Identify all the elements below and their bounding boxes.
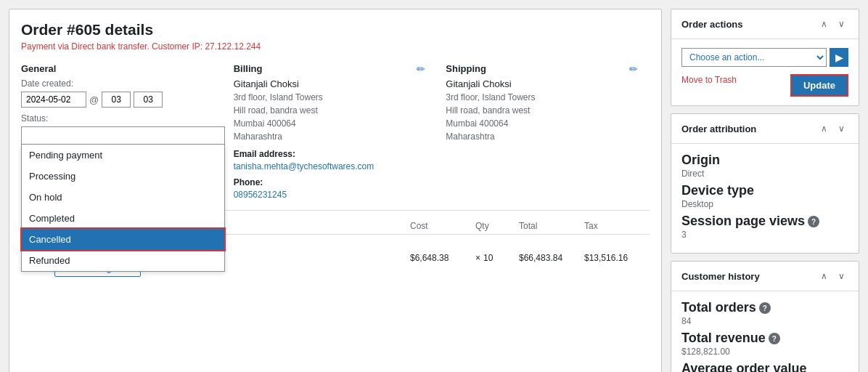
status-select[interactable]: [21, 126, 225, 145]
chevron-up-icon[interactable]: ∧: [816, 17, 831, 31]
shipping-name: Gitanjali Choksi: [446, 78, 650, 89]
billing-email[interactable]: tanisha.mehta@tychesoftwares.com: [234, 161, 374, 171]
customer-history-title: Customer history: [681, 271, 760, 282]
session-value: 3: [681, 230, 848, 240]
order-attribution-header: Order attribution ∧ ∨: [671, 114, 859, 144]
dropdown-item-pending[interactable]: Pending payment: [22, 145, 224, 166]
total-orders-value: 84: [681, 316, 848, 326]
order-attribution-icons: ∧ ∨: [816, 121, 848, 136]
order-attribution-box: Order attribution ∧ ∨ Origin Direct Devi…: [671, 113, 859, 254]
order-actions-box: Order actions ∧ ∨ Choose an action... ▶ …: [671, 9, 859, 106]
action-select-row: Choose an action... ▶: [681, 48, 848, 67]
device-value: Desktop: [681, 199, 848, 209]
billing-edit-icon[interactable]: ✏: [417, 63, 425, 75]
item-cost: $6,648.38: [410, 253, 475, 263]
update-button[interactable]: Update: [790, 74, 848, 97]
billing-state: Maharashtra: [234, 130, 438, 143]
shipping-address1: 3rd floor, Island Towers: [446, 91, 650, 104]
session-help-icon[interactable]: ?: [808, 216, 819, 227]
dropdown-item-cancelled[interactable]: Cancelled: [22, 229, 224, 250]
dropdown-item-processing[interactable]: Processing: [22, 166, 224, 187]
col-tax: Tax: [584, 221, 650, 231]
dropdown-item-completed[interactable]: Completed: [22, 208, 224, 229]
billing-phone[interactable]: 08956231245: [234, 190, 287, 200]
status-dropdown: Pending payment Processing On hold Compl…: [21, 145, 225, 272]
qty-x: ×: [475, 253, 480, 263]
date-input[interactable]: [21, 92, 86, 108]
chevron-down-icon[interactable]: ∨: [834, 17, 848, 31]
total-orders-row: Total orders ?: [681, 300, 848, 316]
device-label: Device type: [681, 183, 848, 198]
dropdown-item-refunded[interactable]: Refunded: [22, 250, 224, 271]
total-revenue-help-icon[interactable]: ?: [769, 333, 780, 344]
date-created-label: Date created:: [21, 78, 225, 89]
billing-address2: Hill road, bandra west: [234, 104, 438, 117]
shipping-city-zip: Mumbai 400064: [446, 117, 650, 130]
hist-chevron-down-icon[interactable]: ∨: [834, 269, 848, 283]
billing-label: Billing: [234, 63, 438, 74]
order-actions-icons: ∧ ∨: [816, 17, 848, 31]
at-sign: @: [89, 94, 99, 105]
total-revenue-value: $128,821.00: [681, 347, 848, 357]
billing-name: Gitanjali Choksi: [234, 78, 438, 89]
billing-address1: 3rd floor, Island Towers: [234, 91, 438, 104]
item-tax: $13,516.16: [584, 253, 650, 263]
origin-value: Direct: [681, 169, 848, 179]
total-orders-help-icon[interactable]: ?: [759, 302, 771, 314]
customer-history-body: Total orders ? 84 Total revenue ? $128,8…: [671, 291, 859, 372]
shipping-label: Shipping: [446, 63, 650, 74]
session-row: Session page views ?: [681, 214, 848, 230]
shipping-edit-icon[interactable]: ✏: [629, 63, 638, 75]
order-attribution-title: Order attribution: [681, 124, 756, 134]
status-select-wrapper: Pending payment Processing On hold Compl…: [21, 126, 225, 145]
col-qty: Qty: [475, 221, 519, 231]
email-label: Email address:: [234, 149, 438, 159]
action-select[interactable]: Choose an action...: [681, 48, 827, 67]
general-label: General: [21, 63, 225, 74]
order-actions-title: Order actions: [681, 19, 743, 30]
right-sidebar: Order actions ∧ ∨ Choose an action... ▶ …: [671, 9, 859, 372]
status-label: Status:: [21, 113, 225, 124]
billing-city-zip: Mumbai 400064: [234, 117, 438, 130]
order-actions-body: Choose an action... ▶ Move to Trash Upda…: [671, 39, 859, 105]
phone-label: Phone:: [234, 177, 438, 187]
attr-chevron-up-icon[interactable]: ∧: [816, 121, 831, 136]
total-revenue-label: Total revenue: [681, 331, 766, 346]
shipping-state: Maharashtra: [446, 130, 650, 143]
customer-history-header: Customer history ∧ ∨: [671, 262, 859, 291]
item-qty: × 10: [475, 253, 519, 263]
total-orders-label: Total orders: [681, 300, 756, 315]
avg-order-label: Average order value: [681, 361, 848, 372]
main-panel: Order #605 details Payment via Direct ba…: [9, 9, 662, 372]
dropdown-item-onhold[interactable]: On hold: [22, 187, 224, 208]
qty-value: 10: [483, 253, 493, 263]
col-total: Total: [519, 221, 584, 231]
total-revenue-row: Total revenue ?: [681, 331, 848, 347]
shipping-address2: Hill road, bandra west: [446, 104, 650, 117]
billing-section: Billing ✏ Gitanjali Choksi 3rd floor, Is…: [234, 63, 438, 200]
customer-history-box: Customer history ∧ ∨ Total orders ? 84 T…: [671, 261, 859, 372]
page-title: Order #605 details: [21, 21, 650, 39]
col-cost: Cost: [410, 221, 475, 231]
trash-update-row: Move to Trash Update: [681, 74, 848, 97]
attr-chevron-down-icon[interactable]: ∨: [834, 121, 848, 136]
session-label: Session page views: [681, 214, 805, 229]
action-go-button[interactable]: ▶: [830, 48, 848, 67]
customer-history-icons: ∧ ∨: [816, 269, 848, 283]
time-min-input[interactable]: [134, 92, 163, 108]
time-hour-input[interactable]: [102, 92, 131, 108]
order-actions-header: Order actions ∧ ∨: [671, 9, 859, 39]
move-to-trash-link[interactable]: Move to Trash: [681, 75, 737, 85]
page-subtitle: Payment via Direct bank transfer. Custom…: [21, 41, 650, 52]
general-section: General Date created: @ Status: Pending …: [21, 63, 225, 200]
order-attribution-body: Origin Direct Device type Desktop Sessio…: [671, 144, 859, 253]
hist-chevron-up-icon[interactable]: ∧: [816, 269, 831, 283]
origin-label: Origin: [681, 153, 848, 168]
shipping-section: Shipping ✏ Gitanjali Choksi 3rd floor, I…: [446, 63, 650, 200]
item-total: $66,483.84: [519, 253, 584, 263]
